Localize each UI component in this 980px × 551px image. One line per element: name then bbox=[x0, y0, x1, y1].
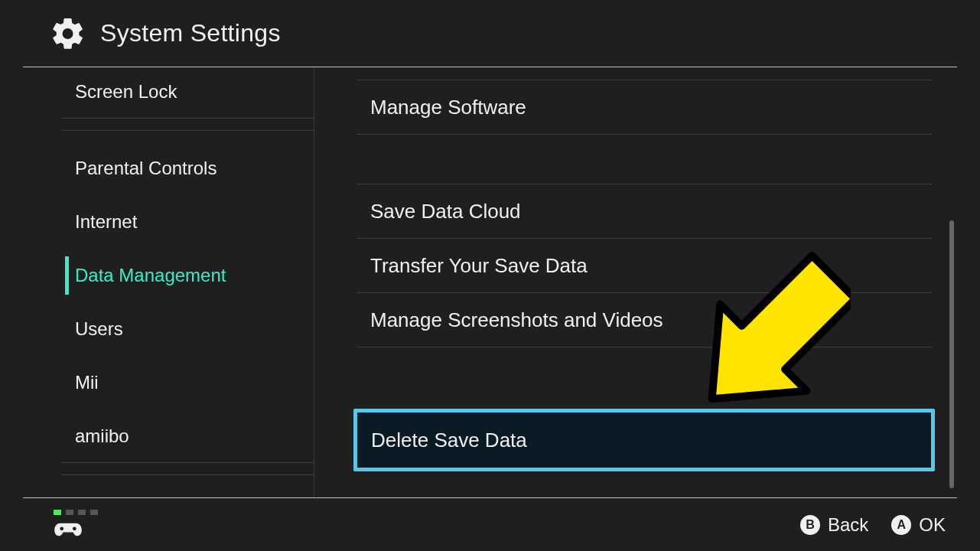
footer-button-ok[interactable]: A OK bbox=[891, 514, 946, 536]
main-panel: Manage Software Save Data Cloud Transfer… bbox=[314, 67, 957, 497]
sidebar-item-label: Data Management bbox=[75, 265, 226, 286]
menu-item-label: Delete Save Data bbox=[371, 429, 527, 452]
menu-item-label: Manage Software bbox=[370, 96, 526, 119]
sidebar-item-label: Screen Lock bbox=[75, 81, 177, 103]
controller-icon bbox=[54, 520, 83, 540]
menu-item-label: Save Data Cloud bbox=[370, 200, 521, 223]
menu-item-delete-save-data[interactable]: Delete Save Data bbox=[353, 409, 935, 471]
sidebar: Screen Lock Parental Controls Internet D… bbox=[23, 67, 314, 497]
footer-label: Back bbox=[828, 514, 868, 536]
menu-item-manage-software[interactable]: Manage Software bbox=[357, 80, 932, 135]
b-button-icon: B bbox=[800, 515, 820, 535]
player-indicator bbox=[54, 510, 98, 515]
svg-point-1 bbox=[73, 527, 77, 530]
menu-item-label: Transfer Your Save Data bbox=[370, 254, 588, 278]
body: Screen Lock Parental Controls Internet D… bbox=[23, 67, 957, 497]
footer-button-back[interactable]: B Back bbox=[800, 514, 868, 536]
sidebar-item-internet[interactable]: Internet bbox=[23, 195, 314, 249]
scrollbar[interactable] bbox=[949, 220, 954, 488]
menu-item-label: Manage Screenshots and Videos bbox=[370, 308, 663, 332]
sidebar-item-label: Parental Controls bbox=[75, 158, 217, 179]
sidebar-item-label: Internet bbox=[75, 211, 137, 233]
page-title: System Settings bbox=[100, 19, 281, 47]
menu-item-manage-screenshots-and-videos[interactable]: Manage Screenshots and Videos bbox=[357, 293, 932, 347]
header: System Settings bbox=[23, 0, 957, 67]
sidebar-item-label: Users bbox=[75, 318, 123, 340]
sidebar-item-screen-lock[interactable]: Screen Lock bbox=[23, 67, 314, 119]
menu-item-save-data-cloud[interactable]: Save Data Cloud bbox=[357, 184, 932, 239]
sidebar-item-amiibo[interactable]: amiibo bbox=[23, 409, 314, 463]
sidebar-item-mii[interactable]: Mii bbox=[23, 356, 314, 409]
sidebar-item-label: Mii bbox=[75, 372, 99, 393]
svg-point-0 bbox=[60, 527, 63, 530]
gear-icon bbox=[50, 15, 86, 52]
footer-label: OK bbox=[919, 514, 946, 536]
sidebar-item-label: amiibo bbox=[75, 425, 129, 447]
controller-status bbox=[34, 510, 98, 540]
footer: B Back A OK bbox=[23, 497, 957, 551]
sidebar-item-data-management[interactable]: Data Management bbox=[23, 249, 314, 302]
sidebar-item-parental-controls[interactable]: Parental Controls bbox=[23, 142, 314, 195]
sidebar-item-users[interactable]: Users bbox=[23, 302, 314, 356]
menu-item-transfer-your-save-data[interactable]: Transfer Your Save Data bbox=[357, 239, 932, 293]
a-button-icon: A bbox=[891, 515, 911, 535]
